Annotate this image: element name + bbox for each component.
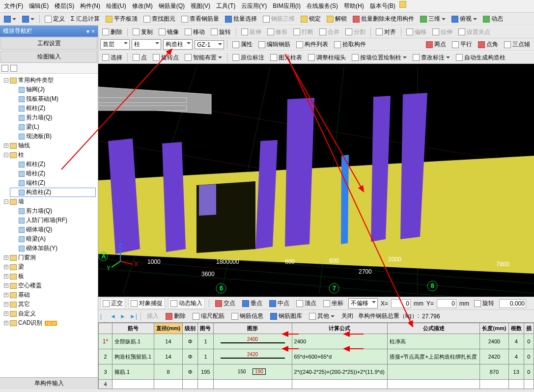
adjust-col-end-button[interactable]: 调整柱端头: [306, 53, 348, 63]
expand-icon[interactable]: +: [4, 143, 8, 148]
expand-icon[interactable]: +: [4, 265, 8, 269]
collapse-icon[interactable]: [10, 65, 17, 72]
tree-item[interactable]: 轴网(J): [10, 85, 96, 94]
lock-button[interactable]: 锁定: [299, 14, 323, 24]
menu-edit[interactable]: 编辑(E): [27, 1, 51, 11]
tree-item[interactable]: +梁: [2, 262, 96, 272]
x-input[interactable]: [391, 299, 411, 308]
tree-item[interactable]: 剪力墙(Q): [10, 113, 96, 122]
scale-rebar-button[interactable]: 缩尺配筋: [191, 311, 226, 321]
offset-button[interactable]: 偏移: [404, 27, 428, 37]
auto-gen-constr-col-button[interactable]: 自动生成构造柱: [454, 53, 507, 63]
section-project[interactable]: 工程设置: [0, 37, 97, 50]
define-button[interactable]: 定义: [43, 14, 67, 24]
batch-select-button[interactable]: 批量选择: [223, 14, 259, 24]
ortho-toggle[interactable]: 正交: [100, 298, 125, 309]
menu-floor[interactable]: 楼层(S): [53, 1, 76, 11]
close-grid-button[interactable]: 关闭: [339, 311, 355, 321]
check-dim-button[interactable]: 查改标注: [411, 53, 452, 63]
tree-item[interactable]: 筏板基础(M): [10, 94, 96, 104]
collapse-icon[interactable]: −: [4, 78, 8, 83]
tree-item[interactable]: 砌体墙(Q): [10, 225, 96, 234]
point-angle-button[interactable]: 点角: [476, 39, 500, 50]
top-view-button[interactable]: 俯视: [450, 14, 479, 24]
rotate-button[interactable]: 旋转: [209, 27, 233, 37]
dynamic-button[interactable]: 动态: [481, 14, 505, 24]
redo-button[interactable]: [20, 15, 36, 24]
menu-version[interactable]: 版本号(B): [368, 1, 397, 11]
pick-member-button[interactable]: 拾取构件: [332, 39, 368, 50]
two-point-button[interactable]: 两点: [424, 39, 448, 50]
insert-button[interactable]: 插入: [145, 311, 161, 321]
extend-button[interactable]: 延伸: [239, 27, 263, 37]
tree-item[interactable]: 砌体加筋(Y): [10, 244, 96, 253]
floor-combo[interactable]: 首层: [100, 39, 130, 50]
parallel-button[interactable]: 平行: [450, 39, 474, 50]
tree-item[interactable]: 人防门框墙(RF): [10, 216, 96, 225]
tree-item[interactable]: +板: [2, 272, 96, 281]
table-row[interactable]: 3箍筋.18Φ1951501902*((240-2*25)+(200-2*25)…: [99, 364, 534, 380]
break-button[interactable]: 打断: [291, 27, 315, 37]
expand-icon[interactable]: +: [4, 283, 8, 288]
smart-layout-button[interactable]: 智能布置: [183, 53, 224, 63]
column-table-button[interactable]: 图元柱表: [268, 53, 304, 63]
expand-icon[interactable]: +: [4, 255, 8, 260]
col-header[interactable]: 损: [524, 323, 534, 334]
tree-item[interactable]: 框柱(Z): [10, 160, 96, 169]
close-icon[interactable]: ×: [91, 28, 95, 35]
first-button[interactable]: |◄: [100, 313, 107, 320]
delete-row-button[interactable]: 删除: [164, 311, 188, 321]
vertex-snap[interactable]: 顶点: [294, 298, 318, 308]
menu-modify[interactable]: 修改(M): [130, 1, 155, 11]
3d-view-button[interactable]: 三维: [418, 14, 448, 24]
intxn-snap[interactable]: 交点: [213, 298, 237, 308]
col-header[interactable]: 筋号: [112, 323, 154, 334]
y-input[interactable]: [437, 299, 456, 308]
unlock-button[interactable]: 解锁: [325, 14, 349, 24]
in-place-dim-button[interactable]: 原位标注: [230, 53, 266, 63]
point-button[interactable]: 点: [131, 53, 149, 63]
menu-member[interactable]: 构件(N): [78, 1, 102, 11]
collapse-icon[interactable]: −: [4, 153, 8, 157]
draw-col-by-wall-button[interactable]: 按墙位置绘制柱: [350, 53, 409, 63]
three-point-button[interactable]: 三点辅: [502, 39, 532, 50]
table-row[interactable]: 2构造柱预留筋.114Φ1242065*d+600+65*d搭接+节点高度+上层…: [99, 349, 534, 364]
dyn-input-toggle[interactable]: 动态输入: [168, 298, 205, 309]
rotate-point-button[interactable]: 旋转点: [151, 53, 181, 63]
subcategory-combo[interactable]: 构造柱: [163, 39, 193, 50]
menu-view[interactable]: 视图(V): [189, 1, 212, 11]
expand-icon[interactable]: +: [4, 293, 8, 297]
menu-online[interactable]: 在线服务(S): [305, 1, 340, 11]
category-combo[interactable]: 柱: [132, 39, 161, 50]
component-tree[interactable]: −常用构件类型轴网(J)筏板基础(M)框柱(Z)剪力墙(Q)梁(L)现浇板(B)…: [0, 74, 98, 377]
expand-icon[interactable]: +: [4, 311, 8, 316]
col-header[interactable]: 计算公式: [292, 323, 387, 334]
rebar-grid[interactable]: 筋号直径(mm)级别图号图形计算公式公式描述长度(mm)根数损1*全部纵筋.11…: [98, 322, 534, 389]
mirror-button[interactable]: 镜像: [157, 27, 181, 37]
tree-item[interactable]: 构造柱(Z): [10, 188, 96, 197]
col-header[interactable]: 直径(mm): [154, 323, 182, 334]
last-button[interactable]: ►|: [130, 313, 137, 320]
single-member-input[interactable]: 单构件输入: [0, 377, 98, 389]
select-button[interactable]: 选择: [100, 53, 124, 63]
menu-rebar[interactable]: 钢筋量(Q): [157, 1, 187, 11]
section-draw-input[interactable]: 绘图输入: [0, 51, 97, 63]
next-button[interactable]: ►: [120, 313, 127, 320]
tree-item[interactable]: −柱: [2, 150, 96, 160]
tree-item[interactable]: 暗梁(A): [10, 234, 96, 244]
other-button[interactable]: 其他: [307, 311, 337, 321]
col-header[interactable]: 根数: [508, 323, 524, 334]
osnap-toggle[interactable]: 对象捕捉: [128, 298, 165, 309]
menu-cloud[interactable]: 云应用(Y): [239, 1, 269, 11]
perp-snap[interactable]: 垂点: [240, 298, 264, 308]
col-header[interactable]: 图号: [198, 323, 213, 334]
tree-item[interactable]: +其它: [2, 300, 96, 309]
tree-item[interactable]: 框柱(Z): [10, 104, 96, 113]
pin-icon[interactable]: ▾: [86, 28, 89, 35]
edit-rebar-button[interactable]: 编辑钢筋: [256, 39, 292, 50]
tree-item[interactable]: +基础: [2, 290, 96, 300]
table-row[interactable]: 4: [99, 380, 534, 389]
rebar-3d-button[interactable]: 钢筋三维: [261, 14, 297, 24]
tree-item[interactable]: +轴线: [2, 141, 96, 150]
expand-icon[interactable]: +: [4, 321, 8, 325]
